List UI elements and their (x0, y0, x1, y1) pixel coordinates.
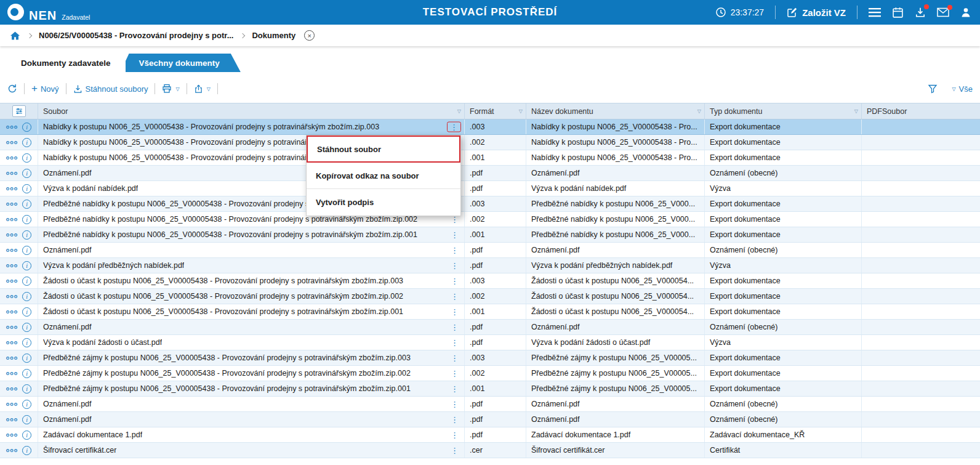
refresh-button[interactable] (7, 84, 17, 94)
row-more-actions-icon[interactable]: ooo (6, 247, 18, 253)
row-kebab-icon[interactable]: ⋮ (448, 277, 461, 286)
home-icon[interactable] (10, 31, 20, 41)
row-more-actions-icon[interactable]: ooo (6, 432, 18, 438)
table-row[interactable]: ooo i Předběžné nabídky k postupu N006_2… (0, 227, 980, 243)
row-more-actions-icon[interactable]: ooo (6, 293, 18, 299)
row-info-icon[interactable]: i (22, 184, 31, 193)
row-kebab-icon[interactable]: ⋮ (448, 415, 461, 424)
row-kebab-icon[interactable]: ⋮ (448, 354, 461, 363)
row-kebab-icon[interactable]: ⋮ (447, 122, 461, 132)
calendar-icon[interactable] (892, 7, 904, 18)
column-header-format[interactable]: Formát ▽ (465, 103, 526, 119)
table-row[interactable]: ooo i Výzva k podání nabídek.pdf ⋮ .pdf … (0, 181, 980, 196)
row-more-actions-icon[interactable]: ooo (6, 416, 18, 423)
row-more-actions-icon[interactable]: ooo (6, 278, 18, 284)
breadcrumb-procedure[interactable]: N006/25/V00005438 - Provozování prodejny… (39, 31, 233, 40)
row-info-icon[interactable]: i (22, 431, 31, 440)
create-vz-button[interactable]: Založit VZ (787, 7, 846, 18)
new-button[interactable]: + Nový (31, 84, 59, 94)
row-more-actions-icon[interactable]: ooo (6, 401, 18, 407)
user-profile-icon[interactable] (960, 7, 971, 18)
row-more-actions-icon[interactable]: ooo (6, 170, 18, 176)
table-row[interactable]: ooo i Oznámení.pdf ⋮ .pdf Oznámení.pdf O… (0, 412, 980, 427)
row-info-icon[interactable]: i (22, 400, 31, 409)
tab-vsechny-dokumenty[interactable]: Všechny dokumenty (121, 54, 241, 72)
session-clock[interactable]: 23:37:27 (715, 7, 765, 18)
row-info-icon[interactable]: i (22, 246, 31, 255)
row-kebab-icon[interactable]: ⋮ (448, 292, 461, 301)
row-more-actions-icon[interactable]: ooo (6, 309, 18, 315)
row-kebab-icon[interactable]: ⋮ (448, 261, 461, 270)
row-kebab-icon[interactable]: ⋮ (448, 230, 461, 240)
menu-hamburger-icon[interactable] (869, 7, 881, 17)
row-info-icon[interactable]: i (22, 123, 31, 132)
row-info-icon[interactable]: i (22, 200, 31, 209)
table-row[interactable]: ooo i Nabídky k postupu N006_25_V0000543… (0, 135, 980, 150)
row-more-actions-icon[interactable]: ooo (6, 216, 18, 222)
row-more-actions-icon[interactable]: ooo (6, 155, 18, 161)
column-filter-icon[interactable]: ▽ (457, 108, 461, 114)
table-row[interactable]: ooo i Nabídky k postupu N006_25_V0000543… (0, 150, 980, 166)
row-info-icon[interactable]: i (22, 446, 31, 455)
row-info-icon[interactable]: i (22, 338, 31, 347)
row-more-actions-icon[interactable]: ooo (6, 139, 18, 145)
column-filter-icon[interactable]: ▽ (697, 108, 701, 114)
messages-icon[interactable] (937, 7, 949, 17)
column-header-nazev[interactable]: Název dokumentu ▽ (526, 103, 705, 119)
context-menu-item-download[interactable]: Stáhnout soubor (307, 135, 460, 163)
table-row[interactable]: ooo i Výzva k podání žádosti o účast.pdf… (0, 335, 980, 350)
row-kebab-icon[interactable]: ⋮ (448, 400, 461, 409)
row-info-icon[interactable]: i (22, 230, 31, 240)
row-info-icon[interactable]: i (22, 277, 31, 286)
table-row[interactable]: ooo i Žádosti o účast k postupu N006_25_… (0, 304, 980, 320)
row-kebab-icon[interactable]: ⋮ (448, 338, 461, 347)
table-row[interactable]: ooo i Předběžné nabídky k postupu N006_2… (0, 196, 980, 212)
row-kebab-icon[interactable]: ⋮ (448, 307, 461, 317)
row-more-actions-icon[interactable]: ooo (6, 370, 18, 376)
row-more-actions-icon[interactable]: ooo (6, 447, 18, 453)
column-header-typ[interactable]: Typ dokumentu ▽ (705, 103, 862, 119)
row-info-icon[interactable]: i (22, 323, 31, 332)
row-kebab-icon[interactable]: ⋮ (448, 384, 461, 394)
table-row[interactable]: ooo i Oznámení.pdf ⋮ .pdf Oznámení.pdf O… (0, 243, 980, 258)
table-row[interactable]: ooo i Výzva k podání předběžných nabídek… (0, 258, 980, 273)
table-row[interactable]: ooo i Oznámení.pdf ⋮ .pdf Oznámení.pdf O… (0, 397, 980, 412)
row-kebab-icon[interactable]: ⋮ (448, 246, 461, 255)
row-more-actions-icon[interactable]: ooo (6, 355, 18, 361)
row-more-actions-icon[interactable]: ooo (6, 124, 18, 130)
filter-funnel-icon[interactable] (928, 84, 938, 94)
row-info-icon[interactable]: i (22, 307, 31, 317)
export-button[interactable]: ▽ (194, 84, 211, 94)
row-info-icon[interactable]: i (22, 138, 31, 147)
row-more-actions-icon[interactable]: ooo (6, 262, 18, 269)
row-info-icon[interactable]: i (22, 215, 31, 224)
download-files-button[interactable]: Stáhnout soubory (73, 84, 148, 94)
row-info-icon[interactable]: i (22, 369, 31, 378)
row-info-icon[interactable]: i (22, 384, 31, 394)
column-settings-icon[interactable] (12, 105, 26, 117)
breadcrumb-current[interactable]: Dokumenty (252, 31, 295, 40)
table-row[interactable]: ooo i Oznámení.pdf ⋮ .pdf Oznámení.pdf O… (0, 166, 980, 181)
close-breadcrumb-icon[interactable]: × (304, 30, 315, 41)
table-row[interactable]: ooo i Nabídky k postupu N006_25_V0000543… (0, 119, 980, 135)
context-menu-item-copy-link[interactable]: Kopírovat odkaz na soubor (307, 163, 460, 189)
row-more-actions-icon[interactable]: ooo (6, 339, 18, 346)
row-info-icon[interactable]: i (22, 169, 31, 178)
column-header-pdfsoubor[interactable]: PDFSoubor (862, 103, 980, 119)
context-menu-item-create-signature[interactable]: Vytvořit podpis (307, 189, 460, 216)
row-more-actions-icon[interactable]: ooo (6, 232, 18, 238)
table-row[interactable]: ooo i Žádosti o účast k postupu N006_25_… (0, 273, 980, 289)
row-info-icon[interactable]: i (22, 415, 31, 424)
table-row[interactable]: ooo i Předběžné zájmy k postupu N006_25_… (0, 366, 980, 381)
row-info-icon[interactable]: i (22, 153, 31, 163)
table-row[interactable]: ooo i Šifrovací certifikát.cer ⋮ .cer Ši… (0, 443, 980, 458)
column-header-soubor[interactable]: Soubor ▽ (38, 103, 465, 119)
print-button[interactable]: ▽ (162, 84, 179, 94)
column-filter-icon[interactable]: ▽ (519, 108, 523, 114)
row-kebab-icon[interactable]: ⋮ (448, 446, 461, 455)
table-row[interactable]: ooo i Předběžné zájmy k postupu N006_25_… (0, 350, 980, 366)
row-more-actions-icon[interactable]: ooo (6, 386, 18, 392)
row-info-icon[interactable]: i (22, 292, 31, 301)
view-filter-select[interactable]: ▽ Vše (951, 84, 973, 94)
table-row[interactable]: ooo i Zadávací dokumentace 1.pdf ⋮ .pdf … (0, 427, 980, 443)
